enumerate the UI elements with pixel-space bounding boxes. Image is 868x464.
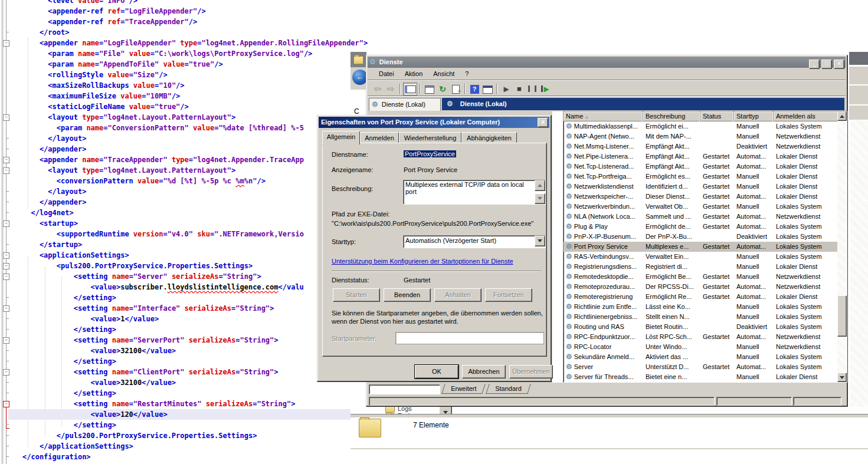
code-line[interactable]: <appender-ref ref="TraceAppender"/> bbox=[22, 17, 197, 27]
fortsetzen-button[interactable]: Fortsetzen bbox=[485, 288, 532, 302]
service-row-port-proxy-service[interactable]: ⚙Port Proxy ServiceMultiplexes e...Gesta… bbox=[564, 242, 837, 252]
fold-toggle-icon[interactable]: − bbox=[3, 157, 9, 163]
service-row-netzwerkverbindun-[interactable]: ⚙Netzwerkverbindun...Verwaltet Ob...Gest… bbox=[564, 202, 837, 212]
scrollbar-thumb[interactable] bbox=[837, 295, 847, 337]
fold-toggle-icon[interactable]: − bbox=[3, 252, 9, 259]
code-line[interactable]: <setting name="Server" serializeAs="Stri… bbox=[22, 271, 261, 282]
code-line[interactable]: </layout> bbox=[22, 186, 86, 197]
show-tree-icon[interactable] bbox=[403, 83, 417, 96]
properties-icon[interactable] bbox=[423, 83, 436, 95]
anhalten-button[interactable]: Anhalten bbox=[434, 288, 482, 302]
code-line[interactable]: </applicationSettings> bbox=[22, 441, 133, 452]
column-header-status[interactable]: Status bbox=[700, 111, 734, 121]
service-row-remotedesktopdie-[interactable]: ⚙Remotedesktopdie...Ermöglicht Be...Gest… bbox=[564, 272, 837, 282]
beschreibung-textbox[interactable]: Multiplexes external TCP/IP data on loca… bbox=[403, 180, 546, 205]
service-row-netzwerkspeicher-[interactable]: ⚙Netzwerkspeicher-...Dieser Dienst...Ges… bbox=[564, 192, 837, 202]
code-line[interactable]: <appender name="LogFileAppender" type="l… bbox=[22, 38, 368, 48]
service-row-rpc-locator[interactable]: ⚙RPC-LocatorUnter Windo...ManuellNetzwer… bbox=[564, 342, 837, 352]
code-line[interactable]: </root> bbox=[22, 27, 69, 38]
service-row-net-tcp-listenerad-[interactable]: ⚙Net.Tcp-Listenerad...Empfängt Akt...Ges… bbox=[564, 162, 837, 172]
service-row-multimediaklassenpl-[interactable]: ⚙Multimediaklassenpl...Ermöglicht ei...M… bbox=[564, 121, 837, 131]
bottom-tab-erweitert[interactable]: Erweitert bbox=[441, 384, 486, 394]
code-line[interactable]: <rollingStyle value="Size"/> bbox=[22, 70, 168, 80]
apply-button[interactable]: Übernehmen bbox=[509, 365, 553, 379]
fold-toggle-icon[interactable]: − bbox=[3, 114, 9, 121]
start-service-icon[interactable]: ▶ bbox=[500, 83, 513, 95]
code-line[interactable]: </setting> bbox=[22, 388, 116, 399]
scroll-up-button[interactable] bbox=[837, 111, 847, 121]
scroll-down-button[interactable] bbox=[535, 193, 545, 204]
starttyp-combobox[interactable]: Automatisch (Verzögerter Start) bbox=[403, 235, 546, 248]
code-line[interactable]: </log4net> bbox=[22, 208, 74, 218]
ok-button[interactable]: OK bbox=[415, 365, 458, 379]
dialog-tab-wiederherstellung[interactable]: Wiederherstellung bbox=[399, 132, 461, 144]
code-line[interactable]: <puls200.PortProxyService.Properties.Set… bbox=[22, 261, 253, 271]
code-line[interactable]: </appender> bbox=[22, 144, 86, 154]
column-header-anmelden-als[interactable]: Anmelden als bbox=[774, 111, 838, 121]
service-row-sekund-re-anmeld-[interactable]: ⚙Sekundäre Anmeld...Aktiviert das ...Man… bbox=[564, 352, 837, 362]
service-row-registrierungsdiens-[interactable]: ⚙Registrierungsdiens...Registriert di...… bbox=[564, 262, 837, 272]
fold-toggle-icon[interactable]: − bbox=[3, 263, 9, 269]
service-row-plug-play[interactable]: ⚙Plug & PlayErmöglicht de...GestartetAut… bbox=[564, 222, 837, 232]
service-row-net-tcp-portfreiga-[interactable]: ⚙Net.Tcp-Portfreiga...Ermöglicht es...Ge… bbox=[564, 172, 837, 182]
code-line[interactable]: <value>32100</value> bbox=[22, 377, 176, 388]
fold-toggle-icon[interactable]: − bbox=[3, 337, 9, 344]
code-line[interactable]: <param name="File" value="C:\work\logs\P… bbox=[22, 48, 312, 59]
service-row-remoteregistrierung[interactable]: ⚙RemoteregistrierungErmöglicht Re...Gest… bbox=[564, 292, 837, 302]
scroll-up-button[interactable] bbox=[535, 180, 545, 191]
service-row-remoteprozedurau-[interactable]: ⚙Remoteprozedurau...Der RPCSS-Di...Gesta… bbox=[564, 282, 837, 292]
dienstname-value[interactable]: PortProxyService bbox=[404, 150, 456, 157]
pause-service-icon[interactable] bbox=[526, 83, 539, 95]
column-header-name[interactable]: Name ▲ bbox=[564, 111, 643, 121]
code-line[interactable]: </puls200.PortProxyService.Properties.Se… bbox=[22, 430, 257, 441]
code-line[interactable]: </startup> bbox=[22, 239, 82, 250]
service-row-routing-und-ras[interactable]: ⚙Routing und RASBietet Routin...Deaktivi… bbox=[564, 322, 837, 332]
fold-toggle-icon[interactable]: − bbox=[3, 274, 9, 280]
code-line[interactable]: <appender-ref ref="LogFileAppender"/> bbox=[22, 6, 206, 17]
service-row-net-msmq-listener-[interactable]: ⚙Net.Msmq-Listener...Empfängt Akt...Deak… bbox=[564, 141, 837, 152]
service-row-nla-network-loca-[interactable]: ⚙NLA (Network Loca...Sammelt und ...Gest… bbox=[564, 212, 837, 222]
service-row-nap-agent-netwo-[interactable]: ⚙NAP-Agent (Netwo...Mit dem NAP-...Manue… bbox=[564, 131, 837, 141]
code-line[interactable]: </layout> bbox=[22, 133, 86, 144]
dialog-tab-abhängigkeiten[interactable]: Abhängigkeiten bbox=[461, 132, 517, 144]
code-line[interactable]: </setting> bbox=[22, 356, 116, 367]
forward-icon[interactable]: ⇨ bbox=[384, 83, 397, 95]
code-line[interactable]: <staticLogFileName value="true"/> bbox=[22, 101, 189, 112]
fold-toggle-icon[interactable]: − bbox=[3, 40, 9, 47]
tree-root-node[interactable]: ⚙ Dienste (Lokal) bbox=[369, 98, 441, 111]
fold-toggle-icon[interactable]: − bbox=[3, 221, 9, 227]
menu-item-help[interactable]: ? bbox=[460, 68, 474, 80]
dialog-tab-allgemein[interactable]: Allgemein bbox=[322, 131, 360, 144]
service-row-richtlinie-zum-entfe-[interactable]: ⚙Richtlinie zum Entfe...Lässt eine Ko...… bbox=[564, 302, 837, 312]
dialog-close-button[interactable]: X bbox=[538, 118, 548, 127]
extended-view-icon[interactable] bbox=[481, 83, 494, 95]
combo-dropdown-button[interactable] bbox=[535, 236, 545, 246]
service-row-server-f-r-threads-[interactable]: ⚙Server für Threads...Bietet eine n...Ma… bbox=[564, 372, 837, 382]
code-line[interactable]: <param name="AppendToFile" value="true"/… bbox=[22, 59, 223, 70]
cancel-button[interactable]: Abbrechen bbox=[462, 365, 506, 379]
list-scrollbar[interactable] bbox=[837, 111, 847, 382]
scroll-down-button[interactable] bbox=[837, 373, 847, 382]
code-line[interactable]: </setting> bbox=[22, 292, 116, 303]
code-line[interactable]: <layout type="log4net.Layout.PatternLayo… bbox=[22, 165, 235, 176]
code-line[interactable]: <param name="ConversionPattern" value="%… bbox=[22, 123, 304, 133]
code-line[interactable]: <setting name="Interface" serializeAs="S… bbox=[22, 303, 274, 314]
code-line[interactable]: <value>subscriber.lloydslistintelligence… bbox=[22, 282, 304, 292]
fold-toggle-icon[interactable]: − bbox=[3, 305, 9, 312]
column-header-starttyp[interactable]: Starttyp bbox=[734, 111, 774, 121]
service-row-netzwerklistendienst[interactable]: ⚙NetzwerklistendienstIdentifiziert d...G… bbox=[564, 182, 837, 192]
code-line[interactable]: <level value="INFO"/> bbox=[22, 0, 137, 6]
code-line[interactable]: <setting name="ClientPort" serializeAs="… bbox=[22, 367, 279, 377]
fold-toggle-icon[interactable]: − bbox=[3, 167, 9, 174]
startoptionen-link[interactable]: Unterstützung beim Konfigurieren der Sta… bbox=[332, 258, 513, 265]
column-header-beschreibung[interactable]: Beschreibung bbox=[643, 111, 700, 121]
dialog-titlebar[interactable]: Eigenschaften von Port Proxy Service (Lo… bbox=[319, 117, 549, 128]
dialog-tab-anmelden[interactable]: Anmelden bbox=[360, 132, 399, 144]
service-row-net-pipe-listenera-[interactable]: ⚙Net.Pipe-Listenera...Empfängt Akt...Ges… bbox=[564, 152, 837, 162]
code-line[interactable]: </appender> bbox=[22, 197, 86, 208]
menu-item-datei[interactable]: Datei bbox=[374, 68, 399, 80]
refresh-icon[interactable]: ↻ bbox=[436, 83, 449, 95]
code-line[interactable]: <conversionPattern value="%d [%t] %-5p %… bbox=[22, 176, 266, 186]
back-icon[interactable]: ⇦ bbox=[371, 83, 384, 95]
bottom-tab-standard[interactable]: Standard bbox=[486, 384, 531, 394]
